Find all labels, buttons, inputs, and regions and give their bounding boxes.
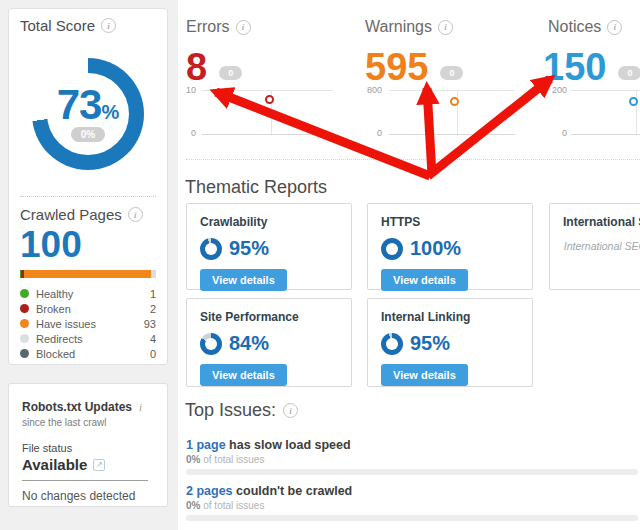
https-percent: 100% (410, 237, 461, 260)
https-donut (381, 238, 403, 260)
crawled-pages-bar (20, 270, 156, 278)
legend-value: 1 (150, 288, 156, 300)
legend-label: Blocked (36, 348, 75, 360)
bar-segment-have-issues (24, 270, 150, 278)
legend-row-broken: Broken 2 (20, 301, 156, 316)
redirects-dot-icon (20, 334, 29, 343)
file-status-label: File status (22, 442, 154, 454)
issue-text: has slow load speed (229, 438, 351, 452)
site-performance-percent: 84% (229, 332, 269, 355)
errors-delta-badge: 0 (219, 66, 242, 80)
legend-label: Healthy (36, 288, 73, 300)
warnings-chart-baseline (389, 134, 515, 135)
crawled-pages-title: Crawled Pages (20, 206, 122, 223)
warnings-data-point[interactable] (450, 97, 459, 106)
info-icon[interactable]: i (128, 207, 143, 222)
info-icon[interactable]: i (607, 20, 622, 35)
info-icon[interactable]: i (101, 18, 116, 33)
warnings-chart-gridline (457, 90, 458, 134)
legend-label: Have issues (36, 318, 96, 330)
legend-value: 2 (150, 303, 156, 315)
file-status-value[interactable]: Available (22, 456, 87, 473)
card-title: Internal Linking (381, 310, 519, 324)
top-issues-title: Top Issues: i (185, 400, 298, 421)
robots-txt-card: Robots.txt Updates i since the last craw… (8, 383, 168, 507)
view-details-button[interactable]: View details (381, 269, 468, 291)
errors-chart-topline (202, 90, 333, 91)
issue-link[interactable]: 2 pages (186, 484, 233, 498)
issue-share: 0% of total issues (186, 454, 638, 466)
score-unit: % (101, 101, 119, 123)
errors-data-point[interactable] (265, 95, 274, 104)
info-icon[interactable]: i (139, 401, 142, 413)
errors-value-row: 8 0 (186, 48, 251, 86)
info-icon[interactable]: i (236, 20, 251, 35)
site-performance-card: Site Performance 84% View details (186, 298, 352, 387)
card-score-row: 100% (381, 237, 519, 260)
issue-title: 2 pages couldn't be crawled (186, 484, 638, 498)
issue-progress-bar (186, 515, 638, 521)
errors-axis-max: 10 (174, 85, 196, 95)
crawlability-donut (200, 238, 222, 260)
crawled-pages-legend: Healthy 1 Broken 2 Have issues 93 Redire… (20, 286, 156, 361)
info-icon[interactable]: i (283, 403, 298, 418)
card-score-row: 95% (381, 332, 519, 355)
issue-link[interactable]: 1 page (186, 438, 226, 452)
notices-data-point[interactable] (629, 97, 638, 106)
top-issues-list: 1 page has slow load speed 0% of total i… (186, 438, 638, 530)
crawlability-card: Crawlability 95% View details (186, 203, 352, 290)
card-title: International SEO (563, 215, 640, 229)
total-score-title: Total Score (20, 17, 95, 34)
view-details-button[interactable]: View details (381, 364, 468, 386)
errors-chart-baseline (202, 134, 333, 135)
warnings-count: 595 (365, 48, 428, 86)
top-issues-label: Top Issues: (185, 400, 276, 421)
card-title: Crawlability (200, 215, 338, 229)
notices-metric: Notices i 150 0 (543, 18, 640, 86)
notices-chart-topline (571, 90, 640, 91)
arrow-to-warnings (427, 88, 432, 175)
notices-chart-gridline (636, 90, 637, 134)
notices-chart-baseline (571, 134, 640, 135)
issue-share-suffix: of total issues (203, 454, 264, 465)
file-status-link[interactable]: Available ↗ (22, 456, 154, 473)
card-title: HTTPS (381, 215, 519, 229)
issue-text: couldn't be crawled (236, 484, 352, 498)
internal-linking-card: Internal Linking 95% View details (367, 298, 533, 387)
robots-txt-subtitle: since the last crawl (22, 417, 154, 428)
view-details-button[interactable]: View details (200, 364, 287, 386)
warnings-delta-badge: 0 (440, 66, 463, 80)
crawled-pages-count: 100 (20, 226, 156, 263)
internal-linking-donut (381, 333, 403, 355)
issue-title: 1 page has slow load speed (186, 438, 638, 452)
site-audit-dashboard: Total Score i 73% 0% Crawled Pages i 100 (0, 0, 640, 530)
divider (186, 159, 640, 160)
notices-heading: Notices i (543, 18, 640, 36)
total-score-donut: 73% 0% (32, 58, 144, 170)
thematic-reports-title: Thematic Reports (185, 177, 327, 198)
crawled-pages-heading: Crawled Pages i (20, 206, 156, 223)
card-score-row: 84% (200, 332, 338, 355)
broken-dot-icon (20, 304, 29, 313)
site-performance-donut (200, 333, 222, 355)
left-sidebar: Total Score i 73% 0% Crawled Pages i 100 (0, 0, 178, 530)
notices-value-row: 150 0 (543, 48, 640, 86)
issue-share-percent: 0% (186, 454, 200, 465)
warnings-axis-max: 800 (360, 85, 382, 95)
arrow-to-notices (428, 79, 550, 176)
robots-txt-heading: Robots.txt Updates i (22, 400, 154, 414)
international-seo-card: International SEO International SEO is n… (549, 203, 640, 290)
issue-share: 0% of total issues (186, 500, 638, 512)
score-delta-badge: 0% (71, 127, 105, 142)
international-seo-note: International SEO is not used on this si… (563, 239, 640, 271)
notices-count: 150 (543, 48, 606, 86)
external-link-icon[interactable]: ↗ (93, 459, 105, 471)
divider (20, 196, 156, 197)
notices-label: Notices (548, 18, 601, 36)
internal-linking-percent: 95% (410, 332, 450, 355)
view-details-button[interactable]: View details (200, 269, 287, 291)
errors-metric: Errors i 8 0 (186, 18, 251, 86)
robots-txt-title: Robots.txt Updates (22, 400, 132, 414)
info-icon[interactable]: i (438, 20, 453, 35)
robots-changes-note: No changes detected (22, 489, 154, 503)
